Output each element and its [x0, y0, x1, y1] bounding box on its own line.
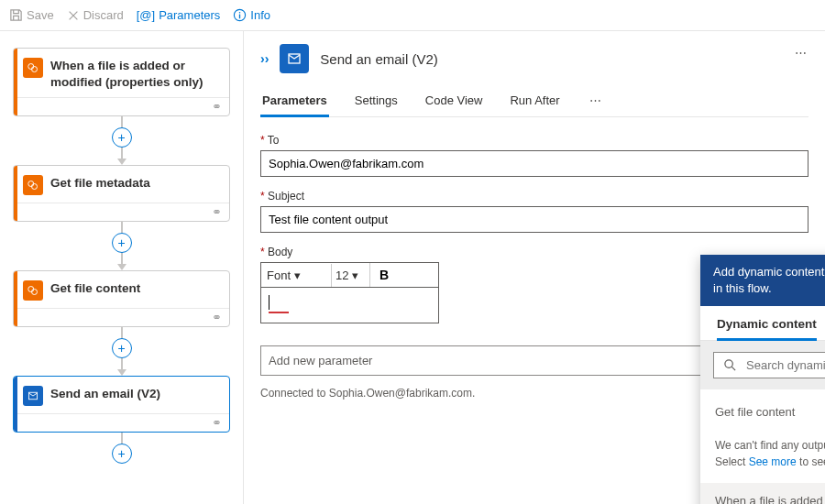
link-icon: ⚭: [212, 416, 222, 430]
collapse-icon[interactable]: ››: [260, 51, 269, 66]
detail-panel: ⋯ ›› Send an email (V2) Parameters Setti…: [244, 31, 825, 504]
see-more-link[interactable]: See more: [749, 455, 797, 468]
chevron-down-icon: ▾: [352, 268, 358, 282]
discard-icon: [67, 9, 80, 22]
parameters-button[interactable]: [@] Parameters: [137, 8, 221, 22]
tab-settings[interactable]: Settings: [353, 86, 400, 116]
discard-label: Discard: [83, 8, 124, 22]
svg-point-1: [239, 12, 241, 14]
to-input[interactable]: [260, 150, 808, 177]
subject-label: Subject: [268, 190, 304, 203]
parameters-label: Parameters: [159, 8, 220, 22]
search-icon: [723, 358, 737, 372]
font-select[interactable]: Font ▾: [261, 264, 331, 287]
info-button[interactable]: Info: [233, 8, 270, 22]
flow-step-title: Get file content: [50, 280, 140, 297]
save-label: Save: [27, 8, 54, 22]
flow-step-title: When a file is added or modified (proper…: [50, 58, 220, 90]
detail-tabs: Parameters Settings Code View Run After …: [260, 86, 808, 117]
flow-canvas: When a file is added or modified (proper…: [0, 31, 244, 504]
add-step-button[interactable]: +: [112, 127, 132, 148]
tab-dynamic-content[interactable]: Dynamic content: [717, 317, 817, 340]
search-dynamic-input[interactable]: [713, 352, 825, 378]
outlook-icon: [23, 386, 43, 406]
info-label: Info: [250, 8, 270, 22]
more-menu[interactable]: ⋯: [795, 46, 807, 60]
sharepoint-icon: [23, 175, 43, 195]
svg-point-11: [725, 360, 732, 367]
info-icon: [233, 8, 247, 22]
flow-step-email[interactable]: Send an email (V2) ⚭: [13, 376, 230, 433]
detail-title: Send an email (V2): [320, 51, 437, 67]
discard-button[interactable]: Discard: [67, 8, 124, 22]
dynamic-section-fileadded: When a file is added or updated See more: [700, 483, 825, 504]
svg-rect-2: [239, 15, 240, 19]
add-step-button[interactable]: +: [112, 338, 132, 358]
save-icon: [9, 8, 23, 22]
chevron-down-icon: ▾: [294, 268, 301, 282]
subject-input[interactable]: [260, 206, 808, 233]
flow-step-trigger[interactable]: When a file is added or modified (proper…: [13, 48, 230, 116]
link-icon: ⚭: [212, 205, 222, 219]
link-icon: ⚭: [212, 311, 222, 324]
save-button[interactable]: Save: [9, 8, 54, 22]
dynamic-section-filecontent: Get file content See more: [700, 389, 825, 433]
add-step-button[interactable]: +: [112, 233, 132, 253]
flow-step-title: Send an email (V2): [50, 386, 160, 402]
dynamic-hint: We can't find any outputs to match this …: [700, 433, 825, 483]
flow-step-title: Get file metadata: [50, 175, 150, 192]
body-toolbar: Font ▾ 12 ▾ B: [260, 262, 439, 287]
outlook-icon: [280, 44, 309, 73]
sharepoint-icon: [23, 280, 43, 301]
body-input[interactable]: [260, 287, 439, 323]
bold-button[interactable]: B: [369, 263, 398, 287]
tab-parameters[interactable]: Parameters: [260, 86, 329, 116]
parameters-icon: [@]: [137, 8, 155, 22]
flow-step-content[interactable]: Get file content ⚭: [13, 270, 230, 327]
search-input-field[interactable]: [746, 358, 825, 372]
tab-runafter[interactable]: Run After: [508, 86, 561, 116]
tab-more[interactable]: ⋯: [586, 86, 605, 116]
popup-header-text: Add dynamic content from the apps and co…: [713, 264, 825, 297]
body-label: Body: [268, 246, 292, 258]
to-label: To: [268, 134, 280, 147]
sharepoint-icon: [23, 58, 43, 78]
dynamic-content-popup: Add dynamic content from the apps and co…: [700, 255, 825, 504]
link-icon: ⚭: [212, 100, 222, 114]
size-select[interactable]: 12 ▾: [331, 264, 369, 287]
tab-codeview[interactable]: Code View: [424, 86, 485, 116]
add-step-button[interactable]: +: [112, 444, 132, 464]
flow-step-metadata[interactable]: Get file metadata ⚭: [13, 165, 230, 222]
